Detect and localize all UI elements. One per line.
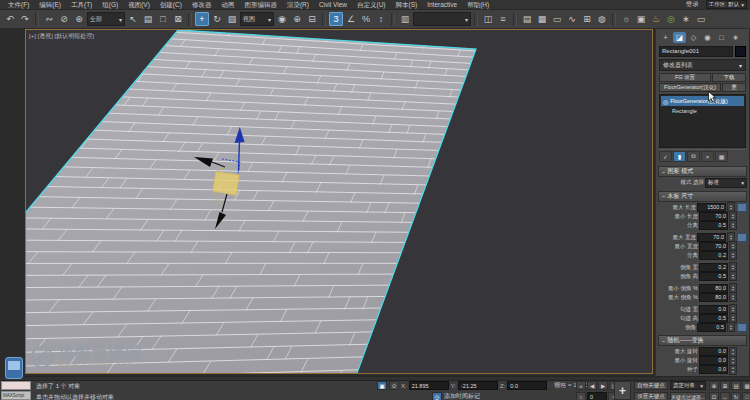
menu-item-5[interactable]: 创建(C) [155, 0, 187, 9]
reference-coordinate-system-dropdown[interactable]: 视图▾ [240, 12, 274, 26]
tab-modify[interactable]: ◪ [673, 32, 686, 43]
make-unique-icon[interactable]: ⧉ [687, 151, 700, 162]
material-editor-icon[interactable]: ◍ [595, 12, 609, 26]
viewport-canvas[interactable] [26, 30, 652, 373]
key-mode-toggle-icon[interactable]: ○ [576, 392, 586, 400]
menu-item-7[interactable]: 动画 [216, 0, 239, 9]
select-by-name-icon[interactable]: ▤ [141, 12, 155, 26]
tab-create[interactable]: + [659, 32, 672, 43]
spinner[interactable]: ▴▾ [729, 365, 737, 375]
play-animation-icon[interactable]: ▶ [598, 381, 608, 390]
spinner[interactable]: ▴▾ [729, 250, 737, 260]
window-crossing-icon[interactable]: ⊠ [171, 12, 185, 26]
param-value-field[interactable]: 70.0 [699, 212, 728, 221]
schematic-view-icon[interactable]: ⊞ [580, 12, 594, 26]
show-end-result-icon[interactable]: ▮ [673, 151, 686, 162]
key-filter-dropdown[interactable]: 选定对象 ▾ [670, 381, 706, 390]
named-selection-sets-dropdown[interactable]: ▾ [413, 12, 471, 26]
param-value-field[interactable]: 0.5 [699, 221, 728, 230]
tab-hierarchy[interactable]: ◇ [687, 32, 700, 43]
remove-modifier-icon[interactable]: × [701, 151, 714, 162]
param-value-field[interactable]: 0.5 [699, 272, 728, 281]
add-time-tag[interactable]: ◷ 添加时间标记 [432, 392, 480, 400]
previous-frame-icon[interactable]: ◀ [587, 381, 597, 390]
z-coordinate-field[interactable]: 0.0 [507, 381, 547, 390]
param-value-field[interactable]: 70.0 [697, 233, 726, 242]
param-value-field[interactable]: 0.0 [699, 365, 728, 374]
toggle-layer-explorer-icon[interactable]: ▦ [535, 12, 549, 26]
keyboard-shortcut-override-icon[interactable]: ⊟ [305, 12, 319, 26]
percent-snap-toggle-icon[interactable]: % [359, 12, 373, 26]
redo-icon[interactable]: ↷ [18, 12, 32, 26]
menu-item-2[interactable]: 工具(T) [66, 0, 97, 9]
pan-view-icon[interactable]: ↔ [720, 392, 730, 400]
x-coordinate-field[interactable]: 21.895 [409, 381, 449, 390]
tab-utilities[interactable]: ∗ [729, 32, 742, 43]
undo-icon[interactable]: ↶ [3, 12, 17, 26]
render-setup-icon[interactable]: ☼ [619, 12, 633, 26]
perspective-viewport[interactable]: [+] [透视] [默认明暗处理] [25, 29, 653, 374]
select-and-manipulate-icon[interactable]: ⊕ [290, 12, 304, 26]
use-pivot-point-center-icon[interactable]: ◉ [275, 12, 289, 26]
macro-recorder-line[interactable] [1, 381, 31, 390]
curve-editor-icon[interactable]: ∿ [565, 12, 579, 26]
param-value-field[interactable]: 80.0 [699, 284, 728, 293]
map-button[interactable] [737, 233, 747, 242]
menu-item-0[interactable]: 文件(F) [3, 0, 34, 9]
current-frame-field[interactable]: 0 [587, 392, 607, 400]
render-in-cloud-icon[interactable]: ◎ [664, 12, 678, 26]
spinner[interactable]: ▴▾ [729, 271, 737, 281]
viewport-label[interactable]: [+] [透视] [默认明暗处理] [29, 32, 94, 41]
plugin-button-0[interactable]: FG 设置 [659, 73, 711, 82]
param-value-field[interactable]: 0.0 [699, 305, 728, 314]
plugin-button-1[interactable]: 下载 [712, 73, 746, 82]
sign-in-button[interactable]: 登录 [682, 0, 703, 9]
go-to-start-icon[interactable]: « [576, 381, 586, 390]
pin-stack-icon[interactable]: ✓ [659, 151, 672, 162]
zoom-icon[interactable]: ⊕ [709, 381, 719, 390]
isolate-selection-toggle-icon[interactable]: ▣ [377, 381, 387, 390]
spinner[interactable]: ▴▾ [729, 220, 737, 230]
transform-type-in-toggle-button[interactable]: + [614, 381, 631, 400]
rendered-frame-icon[interactable]: ▭ [694, 12, 708, 26]
object-color-swatch[interactable] [735, 46, 746, 57]
angle-snap-toggle-icon[interactable]: ∠ [344, 12, 358, 26]
map-button[interactable] [737, 203, 747, 212]
spinner[interactable]: ▴▾ [729, 292, 737, 302]
param-value-field[interactable]: 0.2 [699, 263, 728, 272]
bind-to-space-warp-icon[interactable]: ⊛ [72, 12, 86, 26]
rollout-header-1[interactable]: −木板 尺寸 [658, 191, 747, 202]
select-and-scale-icon[interactable]: ▧ [225, 12, 239, 26]
auto-key-button[interactable]: 自动关键点 [634, 381, 668, 390]
selection-filter-dropdown[interactable]: 全部▾ [87, 12, 125, 26]
toggle-ribbon-icon[interactable]: ▭ [550, 12, 564, 26]
gizmo-xy-plane-handle[interactable] [213, 172, 239, 195]
select-object-icon[interactable]: ↖ [126, 12, 140, 26]
param-value-field[interactable]: 0.0 [699, 347, 728, 356]
tab-motion[interactable]: ◉ [701, 32, 714, 43]
modifier-list-dropdown[interactable]: 修改器列表 ▾ [659, 59, 746, 71]
workspace-dropdown[interactable]: 工作区: 默认 ▾ [706, 0, 747, 9]
object-name-field[interactable]: Rectangle001 [659, 46, 733, 57]
mirror-icon[interactable]: ◫ [481, 12, 495, 26]
unlink-selection-icon[interactable]: ⊘ [57, 12, 71, 26]
menu-item-9[interactable]: 渲染(R) [282, 0, 314, 9]
select-and-link-icon[interactable]: ∾ [42, 12, 56, 26]
snaps-toggle-3d-icon[interactable]: 3 [329, 12, 343, 26]
key-filters-button[interactable]: 关键点过滤器... [670, 392, 706, 400]
menu-item-6[interactable]: 修改器 [187, 0, 217, 9]
menu-item-12[interactable]: 脚本(S) [391, 0, 423, 9]
modifier-visibility-icon[interactable]: ◎ [663, 98, 668, 105]
param-value-field[interactable]: 0.5 [697, 323, 726, 332]
y-coordinate-field[interactable]: -21.25 [458, 381, 498, 390]
menu-item-8[interactable]: 图形编辑器 [239, 0, 282, 9]
map-button[interactable] [737, 323, 747, 332]
param-value-field[interactable]: 0.2 [699, 251, 728, 260]
zoom-extents-icon[interactable]: ▤ [731, 381, 741, 390]
set-key-button[interactable]: 设置关键点 [634, 392, 668, 400]
orbit-icon[interactable]: ↻ [731, 392, 741, 400]
menu-item-13[interactable]: Interactive [422, 0, 462, 9]
param-value-field[interactable]: 80.0 [699, 293, 728, 302]
modifier-stack[interactable]: ◎FloorGenerator(汉化版)Rectangle [659, 94, 746, 148]
tab-display[interactable]: □ [715, 32, 728, 43]
